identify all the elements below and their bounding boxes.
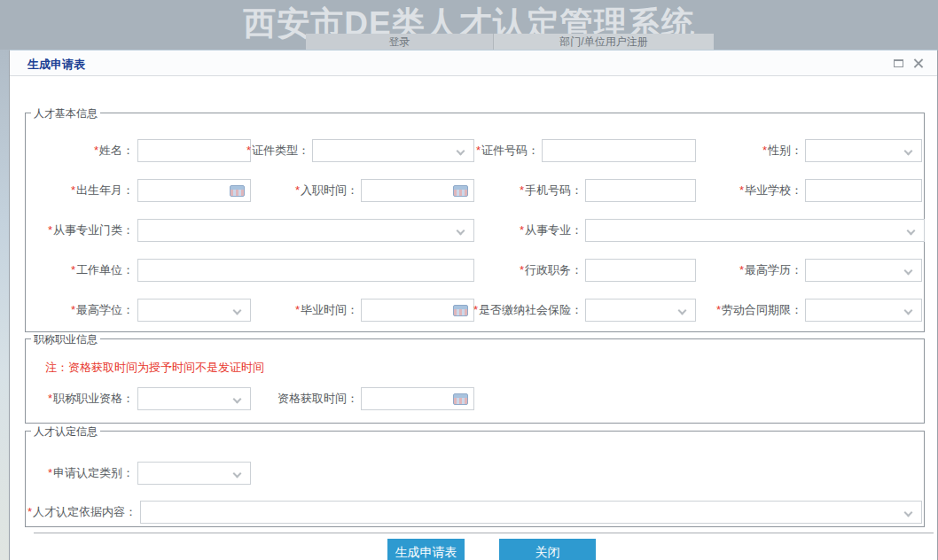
required-marker: * [71,263,75,276]
graduation-date-label-text: 毕业时间： [301,303,358,316]
school-input[interactable] [805,179,922,202]
name-label-text: 姓名： [99,144,134,157]
close-button[interactable]: 关闭 [499,539,596,560]
maximize-icon[interactable] [893,58,905,69]
maximize-glyph [894,59,903,67]
required-marker: * [295,183,300,197]
chevron-down-icon [907,227,916,236]
qualification-date-input[interactable] [361,387,474,410]
social-insurance-label: *是否缴纳社会保险： [452,299,582,322]
professional-qualification-select[interactable] [137,387,251,410]
major-category-label: *从事专业门类： [18,219,134,242]
admin-position-label-text: 行政职务： [525,263,582,276]
id-type-label-text: 证件类型： [252,144,309,157]
highest-degree-label-text: 最高学位： [76,303,134,316]
required-marker: * [94,144,98,157]
id-number-input[interactable] [542,139,696,162]
calendar-icon [453,185,468,197]
modal-body-separator [34,533,934,533]
social-insurance-select[interactable] [585,299,696,322]
major-category-select[interactable] [137,219,474,242]
professional-qualification-label-text: 职称职业资格： [53,392,134,405]
employer-label: *工作单位： [35,259,134,282]
required-marker: * [48,392,52,405]
required-marker: * [520,263,524,276]
modal-title: 生成申请表 [27,57,85,73]
apply-category-select[interactable] [137,462,251,485]
recognition-basis-label: *人才认定依据内容： [18,501,137,524]
required-marker: * [48,466,52,479]
recognition-basis-select[interactable] [140,501,922,524]
contract-term-select[interactable] [805,299,922,322]
required-marker: * [295,303,300,316]
calendar-icon [230,185,245,197]
employer-input[interactable] [137,259,474,282]
required-marker: * [716,303,721,316]
apply-category-label-text: 申请认定类别： [53,466,134,479]
school-label-text: 毕业学校： [745,183,802,197]
id-number-label-text: 证件号码： [481,144,539,157]
qualification-date-label: 资格获取时间： [259,387,358,410]
hire-date-label-text: 入职时间： [301,183,358,197]
highest-degree-label: *最高学位： [35,299,134,322]
major-label: *从事专业： [484,219,582,242]
required-marker: * [762,144,767,157]
section-recognition-info-legend: 人才认定信息 [31,424,100,439]
admin-position-input[interactable] [585,259,696,282]
required-marker: * [520,223,524,237]
section-basic-info-legend: 人才基本信息 [31,106,100,121]
recognition-basis-label-text: 人才认定依据内容： [33,505,137,518]
major-label-text: 从事专业： [525,223,582,237]
school-label: *毕业学校： [704,179,802,202]
admin-position-label: *行政职务： [484,259,582,282]
apply-category-label: *申请认定类别： [27,462,134,485]
modal-header: 生成申请表 [10,51,937,76]
mobile-label-text: 手机号码： [525,183,582,197]
tab-login[interactable]: 登录 [306,34,494,50]
gender-label: *性别： [704,139,802,162]
contract-term-label-text: 劳动合同期限： [722,303,802,316]
required-marker: * [476,144,481,157]
name-label: *姓名： [35,139,134,162]
highest-education-select[interactable] [805,259,922,282]
chevron-down-icon [233,307,242,315]
header-tabs: 登录 部门/单位用户注册 [306,34,714,50]
major-select[interactable] [585,219,925,242]
required-marker: * [27,505,32,518]
birth-date-label-text: 出生年月： [76,183,134,197]
mobile-label: *手机号码： [484,179,582,202]
required-marker: * [246,144,251,157]
employer-label-text: 工作单位： [76,263,134,276]
birth-date-input[interactable] [137,179,251,202]
chevron-down-icon [457,227,465,236]
required-marker: * [473,303,478,316]
section-professional-info: 职称职业信息 [25,338,925,424]
gender-select[interactable] [805,139,922,162]
hire-date-input[interactable] [361,179,474,202]
chevron-down-icon [904,307,913,315]
gender-label-text: 性别： [768,144,802,157]
graduation-date-label: *毕业时间： [259,299,358,322]
chevron-down-icon [904,267,913,276]
chevron-down-icon [904,147,913,156]
chevron-down-icon [904,509,913,517]
mobile-input[interactable] [585,179,696,202]
tab-unit-register[interactable]: 部门/单位用户注册 [494,34,714,50]
close-icon[interactable] [912,58,925,69]
major-category-label-text: 从事专业门类： [53,223,134,237]
id-number-label: *证件号码： [442,139,539,162]
page: 西安市DE类人才认定管理系统 登录 部门/单位用户注册 生成申请表 人才基本信息… [0,0,938,560]
contract-term-label: *劳动合同期限： [686,299,802,322]
generate-form-button[interactable]: 生成申请表 [387,539,465,560]
chevron-down-icon [233,395,242,404]
professional-qualification-label: *职称职业资格： [18,387,134,410]
social-insurance-label-text: 是否缴纳社会保险： [479,303,582,316]
highest-degree-select[interactable] [137,299,251,322]
hire-date-label: *入职时间： [259,179,358,202]
section-professional-info-legend: 职称职业信息 [31,332,100,347]
chevron-down-icon [678,307,687,315]
required-marker: * [739,183,744,197]
required-marker: * [739,263,744,276]
highest-education-label-text: 最高学历： [745,263,802,276]
highest-education-label: *最高学历： [704,259,802,282]
